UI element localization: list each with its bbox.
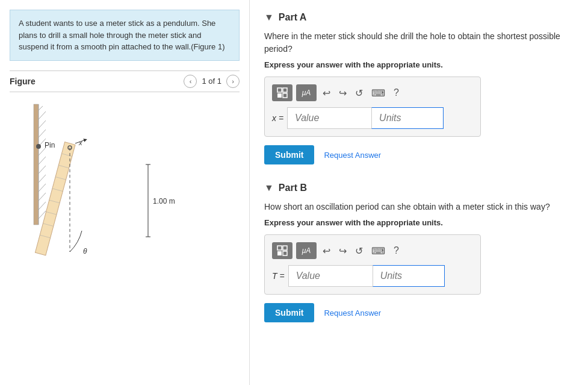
figure-header: Figure ‹ 1 of 1 › (10, 70, 240, 92)
svg-rect-0 (34, 104, 39, 225)
part-b-input-row: T = (272, 265, 473, 287)
svg-line-3 (39, 111, 46, 119)
pin-label: Pin (45, 141, 55, 149)
grid-button-a[interactable] (272, 84, 292, 101)
keyboard-button-a[interactable]: ⌨ (369, 86, 388, 100)
svg-line-2 (39, 106, 43, 110)
figure-next-button[interactable]: › (226, 75, 240, 88)
part-b-header: ▼ Part B (264, 183, 574, 193)
figure-title: Figure (10, 77, 36, 86)
figure-prev-button[interactable]: ‹ (184, 75, 197, 88)
mu-button-a[interactable]: μA (296, 84, 317, 101)
pin-point (36, 144, 41, 149)
part-a-input-row: x = (272, 107, 473, 129)
part-a-units-input[interactable] (371, 107, 444, 129)
svg-rect-31 (283, 88, 287, 92)
part-b-section: ▼ Part B How short an oscillation period… (264, 183, 574, 322)
svg-rect-37 (283, 251, 287, 255)
part-a-label: Part A (279, 12, 307, 23)
svg-line-5 (39, 130, 46, 137)
theta-label: θ (83, 247, 87, 255)
svg-rect-33 (283, 93, 287, 98)
svg-rect-15 (35, 142, 75, 255)
part-b-label: Part B (279, 183, 307, 193)
svg-line-8 (39, 157, 46, 164)
redo-button-b[interactable]: ↪ (336, 244, 349, 258)
svg-line-13 (39, 202, 46, 210)
help-button-a[interactable]: ? (391, 86, 401, 99)
part-a-value-input[interactable] (287, 107, 371, 129)
part-a-variable: x = (272, 113, 283, 123)
svg-line-4 (39, 121, 46, 128)
left-panel: A student wants to use a meter stick as … (0, 0, 250, 385)
part-a-answer-box: μA ↩ ↪ ↺ ⌨ ? x = (264, 77, 481, 137)
svg-rect-36 (277, 251, 282, 255)
pendulum-diagram: x Pin 1.00 m θ (10, 98, 238, 267)
part-a-toggle[interactable]: ▼ (264, 12, 274, 23)
part-a-header: ▼ Part A (264, 12, 574, 23)
part-b-submit-button[interactable]: Submit (264, 303, 314, 322)
mu-button-b[interactable]: μA (296, 242, 317, 259)
part-a-question: Where in the meter stick should she dril… (264, 30, 574, 55)
part-a-instruction: Express your answer with the appropriate… (264, 60, 574, 69)
keyboard-button-b[interactable]: ⌨ (369, 244, 388, 258)
part-b-answer-box: μA ↩ ↪ ↺ ⌨ ? T = (264, 234, 481, 295)
redo-button-a[interactable]: ↪ (336, 86, 349, 100)
part-b-value-input[interactable] (288, 265, 373, 287)
figure-nav: ‹ 1 of 1 › (184, 75, 240, 88)
part-a-submit-button[interactable]: Submit (264, 145, 314, 164)
part-b-actions: Submit Request Answer (264, 303, 574, 322)
refresh-button-b[interactable]: ↺ (353, 244, 365, 258)
undo-button-a[interactable]: ↩ (320, 86, 333, 100)
problem-text: A student wants to use a meter stick as … (19, 19, 225, 51)
svg-line-9 (39, 166, 46, 174)
svg-rect-35 (283, 246, 287, 250)
svg-line-11 (39, 184, 46, 192)
part-b-request-answer-link[interactable]: Request Answer (324, 308, 381, 318)
x-label: x (78, 139, 82, 146)
figure-diagram: x Pin 1.00 m θ (10, 98, 240, 267)
part-a-toolbar: μA ↩ ↪ ↺ ⌨ ? (272, 84, 473, 101)
part-b-question: How short an oscillation period can she … (264, 201, 574, 213)
undo-button-b[interactable]: ↩ (320, 244, 333, 258)
part-a-request-answer-link[interactable]: Request Answer (324, 151, 381, 160)
right-panel: ▼ Part A Where in the meter stick should… (250, 0, 588, 385)
figure-count: 1 of 1 (202, 77, 221, 86)
svg-line-12 (39, 193, 46, 201)
part-a-section: ▼ Part A Where in the meter stick should… (264, 12, 574, 164)
length-label: 1.00 m (153, 197, 175, 205)
help-button-b[interactable]: ? (391, 244, 401, 257)
part-b-units-input[interactable] (373, 265, 445, 287)
problem-text-box: A student wants to use a meter stick as … (10, 10, 240, 61)
part-b-instruction: Express your answer with the appropriate… (264, 218, 574, 227)
svg-line-10 (39, 175, 46, 183)
part-b-variable: T = (272, 271, 285, 281)
svg-rect-34 (277, 246, 282, 250)
part-b-toggle[interactable]: ▼ (264, 183, 274, 193)
svg-rect-30 (277, 88, 282, 92)
svg-rect-32 (277, 93, 282, 98)
grid-button-b[interactable] (272, 242, 292, 259)
refresh-button-a[interactable]: ↺ (353, 86, 365, 100)
part-b-toolbar: μA ↩ ↪ ↺ ⌨ ? (272, 242, 473, 259)
part-a-actions: Submit Request Answer (264, 145, 574, 164)
